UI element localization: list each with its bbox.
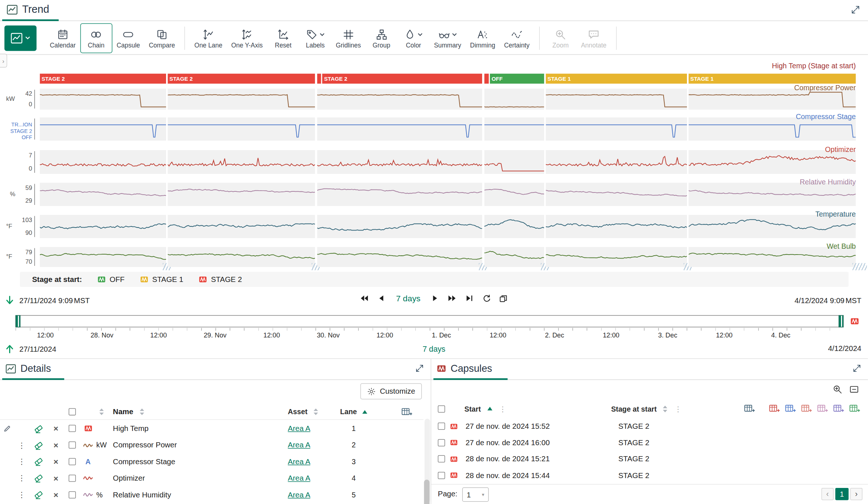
zoom-in-icon[interactable] (833, 384, 842, 394)
capsule-segment[interactable]: STAGE 1 (546, 74, 687, 84)
lane-band[interactable] (546, 215, 687, 238)
capsule-checkbox[interactable] (438, 423, 445, 430)
row-menu-icon[interactable]: ⋮ (13, 457, 30, 466)
lane-band[interactable] (40, 150, 166, 174)
eraser-icon[interactable] (30, 473, 48, 483)
toolbar-button-compare[interactable]: Compare (145, 23, 180, 53)
capsule-checkbox[interactable] (438, 439, 445, 446)
remove-icon[interactable]: × (47, 490, 64, 499)
lane-band[interactable] (317, 247, 482, 267)
lane-band[interactable] (168, 89, 315, 110)
row-checkbox[interactable] (68, 442, 76, 449)
chart-column[interactable]: STAGE 2 (40, 55, 166, 272)
item-name[interactable]: High Temp (113, 424, 288, 433)
sort-asc-icon[interactable] (362, 409, 367, 414)
toolbar-button-one-y-axis[interactable]: One Y-Axis (227, 23, 267, 53)
sort-asc-icon[interactable] (487, 406, 492, 411)
asset-column-header[interactable]: Asset (288, 408, 308, 416)
row-checkbox[interactable] (68, 458, 76, 465)
details-title-tab[interactable]: Details (5, 363, 51, 374)
capsule-segment[interactable]: OFF (490, 74, 544, 84)
sort-icon[interactable] (139, 408, 145, 416)
next-page-button[interactable]: › (850, 488, 862, 500)
lane-band[interactable] (317, 183, 482, 206)
lane-band[interactable] (40, 117, 166, 141)
capsule-segment[interactable]: STAGE 2 (40, 74, 166, 84)
chart-column[interactable]: OFF (484, 55, 544, 272)
row-menu-icon[interactable]: ⋮ (13, 474, 30, 482)
toolbar-button-certainty[interactable]: Certainty (500, 23, 534, 53)
fast-forward-icon[interactable] (448, 294, 457, 302)
sort-icon[interactable] (663, 405, 668, 412)
scrubber-right-handle[interactable] (838, 315, 844, 327)
capsule-segment[interactable] (317, 74, 321, 84)
toolbar-button-annotate[interactable]: Annotate (577, 23, 611, 53)
row-checkbox[interactable] (68, 474, 76, 482)
timeline-scrubber[interactable] (15, 315, 844, 327)
investigate-range-start-arrow-icon[interactable] (4, 343, 15, 354)
chart-column[interactable]: STAGE 1 (546, 55, 687, 272)
asset-link[interactable]: Area A (288, 424, 310, 433)
asset-link[interactable]: Area A (288, 441, 310, 449)
lane-band[interactable] (546, 117, 687, 141)
select-all-capsules-checkbox[interactable] (438, 405, 445, 412)
row-menu-icon[interactable]: ⋮ (13, 490, 30, 499)
sort-icon[interactable] (314, 408, 319, 416)
capsule-segment[interactable] (484, 74, 489, 84)
capsules-expand-icon[interactable] (852, 364, 861, 373)
lane-band[interactable] (484, 215, 544, 238)
item-name[interactable]: Relative Humidity (113, 490, 288, 499)
capsule-checkbox[interactable] (438, 455, 445, 463)
lane-band[interactable] (689, 215, 856, 238)
add-column-icon[interactable] (849, 404, 860, 414)
sort-icon[interactable] (99, 408, 104, 416)
details-scrollbar[interactable] (425, 419, 430, 503)
lane-band[interactable] (40, 215, 166, 238)
remove-icon[interactable]: × (47, 473, 64, 483)
select-all-checkbox[interactable] (68, 408, 76, 416)
capsule-segment[interactable]: STAGE 2 (322, 74, 482, 84)
details-row[interactable]: ⋮×%Relative HumidityArea A5 (0, 486, 423, 503)
lane-band[interactable] (168, 215, 315, 238)
eraser-icon[interactable] (30, 490, 48, 500)
details-row[interactable]: ⋮×kWCompressor PowerArea A2 (0, 437, 423, 453)
lane-band[interactable] (317, 215, 482, 238)
row-menu-icon[interactable]: ⋮ (13, 441, 30, 450)
toolbar-button-labels[interactable]: Labels (299, 23, 331, 53)
lane-band[interactable] (546, 247, 687, 267)
lane-band[interactable] (40, 183, 166, 206)
lane-band[interactable] (484, 117, 544, 141)
customize-button[interactable]: Customize (361, 383, 422, 399)
add-column-icon[interactable] (769, 404, 780, 414)
scrubber-left-handle[interactable] (15, 315, 20, 327)
lane-band[interactable] (689, 150, 856, 174)
toolbar-button-summary[interactable]: Summary (430, 23, 466, 53)
timeline-capsule-toggle-icon[interactable] (846, 314, 863, 328)
details-expand-icon[interactable] (415, 364, 424, 373)
edit-cell[interactable] (0, 424, 13, 433)
lane-band[interactable] (484, 150, 544, 174)
toolbar-button-dimming[interactable]: Dimming (466, 23, 500, 53)
row-checkbox[interactable] (68, 491, 76, 498)
lane-column-header[interactable]: Lane (340, 408, 357, 416)
asset-link[interactable]: Area A (288, 458, 310, 466)
asset-link[interactable]: Area A (288, 474, 310, 482)
lane-band[interactable] (40, 89, 166, 110)
column-menu-icon[interactable]: ⋮ (675, 405, 682, 413)
step-forward-icon[interactable] (430, 294, 440, 302)
lane-band[interactable] (168, 117, 315, 141)
lane-band[interactable] (689, 117, 856, 141)
remove-icon[interactable]: × (47, 457, 64, 466)
skip-to-end-icon[interactable] (465, 294, 474, 302)
lane-band[interactable] (317, 117, 482, 141)
toolbar-button-capsule[interactable]: Capsule (112, 23, 144, 53)
lane-band[interactable] (689, 183, 856, 206)
lane-band[interactable] (484, 89, 544, 110)
expand-window-icon[interactable] (851, 5, 860, 15)
eraser-icon[interactable] (30, 440, 48, 450)
capsule-row[interactable]: 28 de nov. de 2024 15:44STAGE 2 (431, 467, 862, 484)
stage-column-header[interactable]: Stage at start (611, 405, 657, 413)
prev-page-button[interactable]: ‹ (821, 488, 833, 500)
lane-band[interactable] (168, 247, 315, 267)
toolbar-button-gridlines[interactable]: Gridlines (331, 23, 365, 53)
